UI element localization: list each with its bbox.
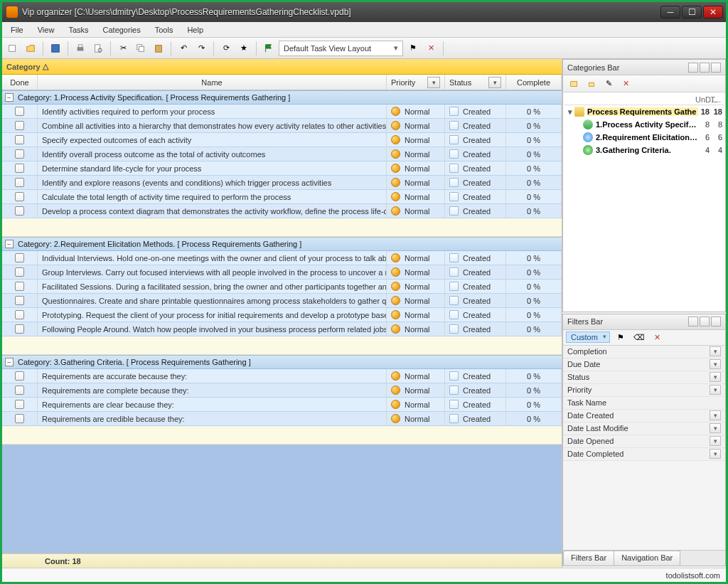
done-checkbox[interactable]: [15, 164, 24, 173]
tree-node[interactable]: 3.Gathering Criteria.44: [564, 144, 724, 156]
filter-delete-icon[interactable]: ✕: [650, 329, 665, 345]
table-row[interactable]: Identify and explore reasons (events and…: [2, 176, 562, 190]
table-row[interactable]: Identify activities required to perform …: [2, 105, 562, 119]
panel-close-icon[interactable]: [711, 317, 721, 326]
redo-icon[interactable]: ↷: [193, 41, 209, 56]
table-row[interactable]: Prototyping. Request the client of your …: [2, 308, 562, 322]
done-checkbox[interactable]: [15, 282, 24, 291]
panel-collapse-icon[interactable]: [700, 317, 710, 326]
table-row[interactable]: Individual Interviews. Hold one-on-one m…: [2, 251, 562, 265]
dropdown-icon[interactable]: ▾: [710, 410, 721, 420]
paste-icon[interactable]: [151, 41, 166, 56]
filter-row[interactable]: Date Created▾: [563, 410, 725, 423]
menu-help[interactable]: Help: [181, 24, 209, 36]
done-checkbox[interactable]: [15, 178, 24, 187]
table-row[interactable]: Requirements are accurate because they:N…: [2, 369, 562, 383]
col-priority[interactable]: Priority▾: [387, 75, 445, 90]
tree-node[interactable]: 2.Requirement Elicitation Me66: [564, 131, 724, 144]
collapse-icon[interactable]: −: [5, 358, 14, 366]
table-row[interactable]: Questionnaires. Create and share printab…: [2, 294, 562, 308]
col-done[interactable]: Done: [2, 75, 38, 90]
done-checkbox[interactable]: [15, 149, 24, 159]
tab-navigation-bar[interactable]: Navigation Bar: [614, 551, 680, 566]
table-row[interactable]: Calculate the total length of activity t…: [2, 190, 562, 204]
table-row[interactable]: Following People Around. Watch how peopl…: [2, 322, 562, 336]
filter-row[interactable]: Date Opened▾: [563, 435, 725, 448]
undo-icon[interactable]: ↶: [176, 41, 191, 56]
flag-icon[interactable]: [261, 41, 277, 56]
new-db-icon[interactable]: [5, 41, 21, 56]
col-complete[interactable]: Complete: [506, 75, 562, 90]
done-checkbox[interactable]: [15, 253, 24, 262]
category-row[interactable]: −Category: 1.Process Activity Specificat…: [2, 90, 562, 105]
preview-icon[interactable]: [90, 41, 106, 56]
filter-row[interactable]: Task Name: [563, 397, 725, 410]
panel-pin-icon[interactable]: [688, 317, 698, 326]
maximize-button[interactable]: ☐: [682, 6, 702, 18]
filter-row[interactable]: Date Last Modifie▾: [563, 423, 725, 435]
done-checkbox[interactable]: [15, 192, 24, 201]
done-checkbox[interactable]: [15, 107, 24, 116]
menu-tasks[interactable]: Tasks: [63, 24, 94, 36]
table-row[interactable]: Specify expected outcomes of each activi…: [2, 133, 562, 147]
collapse-icon[interactable]: −: [5, 93, 14, 102]
done-checkbox[interactable]: [15, 135, 24, 144]
done-checkbox[interactable]: [15, 386, 24, 395]
filter-row[interactable]: Completion▾: [563, 346, 725, 359]
panel-close-icon[interactable]: [711, 63, 721, 73]
category-row[interactable]: −Category: 3.Gathering Criteria. [ Proce…: [2, 355, 562, 369]
table-row[interactable]: Combine all activities into a hierarchy …: [2, 119, 562, 133]
dropdown-icon[interactable]: ▾: [710, 449, 721, 459]
done-checkbox[interactable]: [15, 400, 24, 409]
dropdown-icon[interactable]: ▾: [710, 346, 721, 356]
open-icon[interactable]: [23, 41, 38, 56]
dropdown-icon[interactable]: ▾: [710, 359, 721, 369]
done-checkbox[interactable]: [15, 414, 24, 423]
filter-row[interactable]: Date Completed▾: [563, 448, 725, 461]
category-row[interactable]: −Category: 2.Requirement Elicitation Met…: [2, 237, 562, 251]
table-row[interactable]: Requirements are credible because they:N…: [2, 412, 562, 426]
cat-delete-icon[interactable]: ✕: [619, 77, 633, 91]
filter-row[interactable]: Due Date▾: [563, 359, 725, 371]
collapse-icon[interactable]: −: [5, 240, 14, 248]
menu-tools[interactable]: Tools: [149, 24, 179, 36]
panel-pin-icon[interactable]: [688, 63, 698, 73]
done-checkbox[interactable]: [15, 206, 24, 216]
filter-row[interactable]: Priority▾: [563, 384, 725, 397]
table-row[interactable]: Determine standard life-cycle for your p…: [2, 161, 562, 176]
star-icon[interactable]: ★: [236, 41, 252, 56]
dropdown-icon[interactable]: ▾: [710, 423, 721, 433]
filter-row[interactable]: Status▾: [563, 371, 725, 384]
table-row[interactable]: Facilitated Sessions. During a facilitat…: [2, 280, 562, 294]
copy-icon[interactable]: [133, 41, 149, 56]
done-checkbox[interactable]: [15, 267, 24, 277]
filter-apply-icon[interactable]: ⚑: [613, 329, 628, 345]
done-checkbox[interactable]: [15, 121, 24, 130]
cat-edit-icon[interactable]: ✎: [601, 77, 616, 91]
minimize-button[interactable]: ─: [660, 6, 680, 18]
tree-root[interactable]: ▾Process Requirements Gathe1818: [564, 105, 724, 118]
dropdown-icon[interactable]: ▾: [710, 385, 721, 395]
table-row[interactable]: Develop a process context diagram that d…: [2, 204, 562, 218]
cut-icon[interactable]: ✂: [115, 41, 131, 56]
layout-delete-icon[interactable]: ✕: [423, 41, 439, 56]
done-checkbox[interactable]: [15, 296, 24, 305]
layout-apply-icon[interactable]: ⚑: [405, 41, 421, 56]
status-filter-icon[interactable]: ▾: [488, 77, 501, 88]
dropdown-icon[interactable]: ▾: [710, 372, 721, 382]
chevron-down-icon[interactable]: ▾: [566, 107, 574, 117]
col-status[interactable]: Status▾: [445, 75, 506, 90]
menu-file[interactable]: File: [5, 24, 29, 36]
panel-collapse-icon[interactable]: [700, 63, 710, 73]
save-icon[interactable]: [48, 41, 63, 56]
close-button[interactable]: ✕: [703, 6, 723, 18]
priority-filter-icon[interactable]: ▾: [427, 77, 440, 88]
tab-filters-bar[interactable]: Filters Bar: [563, 551, 614, 566]
done-checkbox[interactable]: [15, 324, 24, 334]
done-checkbox[interactable]: [15, 371, 24, 381]
table-row[interactable]: Requirements are complete because they:N…: [2, 383, 562, 398]
col-name[interactable]: Name: [38, 75, 387, 90]
custom-filter-select[interactable]: Custom: [566, 331, 610, 343]
refresh-icon[interactable]: ⟳: [218, 41, 234, 56]
tree-node[interactable]: 1.Process Activity Specificat88: [564, 118, 724, 131]
